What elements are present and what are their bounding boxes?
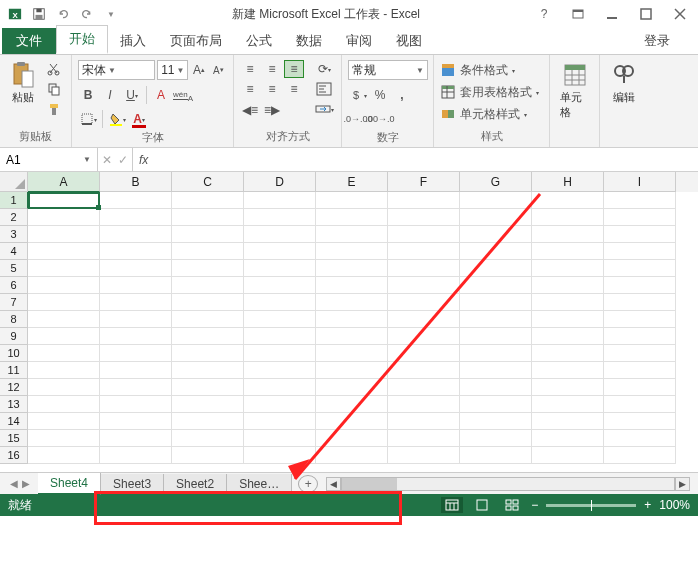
cell[interactable] — [316, 226, 388, 243]
cell[interactable] — [28, 209, 100, 226]
row-header[interactable]: 10 — [0, 345, 28, 362]
col-header[interactable]: D — [244, 172, 316, 192]
ribbon-display-icon[interactable] — [564, 3, 592, 25]
wrap-text-icon[interactable] — [312, 80, 336, 98]
scroll-thumb[interactable] — [342, 478, 397, 490]
cell[interactable] — [28, 447, 100, 464]
cell[interactable] — [388, 243, 460, 260]
cell[interactable] — [316, 413, 388, 430]
cell[interactable] — [244, 396, 316, 413]
decrease-font-icon[interactable]: A▾ — [210, 61, 227, 79]
border-icon[interactable]: ▾ — [78, 110, 98, 128]
increase-font-icon[interactable]: A▴ — [190, 61, 207, 79]
cell[interactable] — [460, 294, 532, 311]
login-link[interactable]: 登录 — [636, 28, 678, 54]
sheet-tab[interactable]: Sheet3 — [101, 474, 164, 494]
decrease-decimal-icon[interactable]: .00→.0 — [370, 110, 390, 128]
cell[interactable] — [460, 328, 532, 345]
row-header[interactable]: 2 — [0, 209, 28, 226]
col-header[interactable]: I — [604, 172, 676, 192]
cell[interactable] — [460, 226, 532, 243]
cell[interactable] — [172, 260, 244, 277]
cell[interactable] — [604, 294, 676, 311]
cell[interactable] — [172, 226, 244, 243]
cell[interactable] — [100, 447, 172, 464]
cell[interactable] — [100, 430, 172, 447]
cell[interactable] — [316, 328, 388, 345]
cell[interactable] — [28, 345, 100, 362]
cell[interactable] — [388, 379, 460, 396]
cell[interactable] — [316, 294, 388, 311]
cell[interactable] — [460, 192, 532, 209]
zoom-out-icon[interactable]: − — [531, 498, 538, 512]
cell[interactable] — [100, 379, 172, 396]
conditional-format-button[interactable]: 条件格式▾ — [440, 60, 543, 80]
cell[interactable] — [532, 260, 604, 277]
cell[interactable] — [532, 362, 604, 379]
cell[interactable] — [172, 430, 244, 447]
formula-input[interactable]: fx — [133, 148, 698, 171]
cell[interactable] — [100, 294, 172, 311]
decrease-indent-icon[interactable]: ◀≡ — [240, 101, 260, 119]
cell[interactable] — [28, 294, 100, 311]
cell[interactable] — [28, 430, 100, 447]
align-center-icon[interactable]: ≡ — [262, 80, 282, 98]
cell[interactable] — [532, 396, 604, 413]
cell[interactable] — [532, 277, 604, 294]
row-header[interactable]: 8 — [0, 311, 28, 328]
cell[interactable] — [316, 243, 388, 260]
qa-customize-icon[interactable]: ▼ — [100, 3, 122, 25]
bold-icon[interactable]: B — [78, 86, 98, 104]
cell[interactable] — [28, 277, 100, 294]
cell[interactable] — [316, 379, 388, 396]
cell[interactable] — [460, 430, 532, 447]
cell[interactable] — [532, 379, 604, 396]
fill-color-icon[interactable]: ▾ — [107, 110, 127, 128]
row-header[interactable]: 5 — [0, 260, 28, 277]
cell[interactable] — [172, 311, 244, 328]
cell[interactable] — [316, 192, 388, 209]
tab-home[interactable]: 开始 — [56, 25, 108, 54]
cell[interactable] — [172, 192, 244, 209]
cell[interactable] — [388, 345, 460, 362]
number-format-combo[interactable]: 常规▼ — [348, 60, 428, 80]
cell[interactable] — [244, 345, 316, 362]
cell[interactable] — [604, 379, 676, 396]
cell[interactable] — [28, 362, 100, 379]
cell[interactable] — [172, 396, 244, 413]
cell[interactable] — [244, 413, 316, 430]
cell[interactable] — [604, 192, 676, 209]
cell[interactable] — [244, 192, 316, 209]
row-header[interactable]: 15 — [0, 430, 28, 447]
cell[interactable] — [100, 311, 172, 328]
cell[interactable] — [604, 260, 676, 277]
view-page-break-icon[interactable] — [501, 497, 523, 513]
cell[interactable] — [532, 294, 604, 311]
sheet-tab[interactable]: Sheet4 — [38, 473, 101, 495]
zoom-in-icon[interactable]: + — [644, 498, 651, 512]
cell[interactable] — [28, 192, 100, 209]
cell[interactable] — [388, 192, 460, 209]
cell[interactable] — [316, 430, 388, 447]
font-color-icon[interactable]: A▾ — [129, 110, 149, 128]
scroll-track[interactable] — [341, 477, 675, 491]
cell[interactable] — [388, 447, 460, 464]
cell[interactable] — [172, 277, 244, 294]
row-header[interactable]: 4 — [0, 243, 28, 260]
cell[interactable] — [460, 396, 532, 413]
cell[interactable] — [100, 226, 172, 243]
undo-icon[interactable] — [52, 3, 74, 25]
col-header[interactable]: H — [532, 172, 604, 192]
cell[interactable] — [604, 277, 676, 294]
cell[interactable] — [172, 243, 244, 260]
row-header[interactable]: 7 — [0, 294, 28, 311]
row-header[interactable]: 13 — [0, 396, 28, 413]
cell[interactable] — [28, 328, 100, 345]
cell[interactable] — [604, 243, 676, 260]
cell[interactable] — [100, 345, 172, 362]
cell[interactable] — [244, 260, 316, 277]
orientation-icon[interactable]: ⟳▾ — [312, 60, 336, 78]
col-header[interactable]: G — [460, 172, 532, 192]
save-icon[interactable] — [28, 3, 50, 25]
cell[interactable] — [244, 328, 316, 345]
